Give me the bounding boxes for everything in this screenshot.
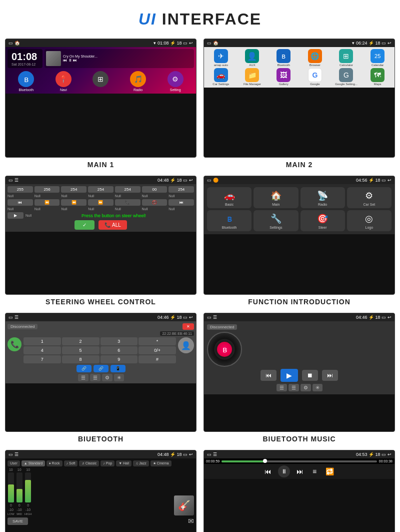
btm-play-button[interactable]: ▶ — [280, 369, 298, 382]
sw-btn-256[interactable]: 256 — [34, 186, 60, 193]
sw-btn-rew[interactable]: ⏪ — [61, 199, 86, 206]
video-progress-bar[interactable] — [222, 460, 377, 462]
dial-star[interactable]: * — [138, 337, 176, 345]
btm-bar-2[interactable]: ☰ — [288, 384, 299, 391]
sw-btn-call[interactable]: 📞 — [115, 199, 140, 206]
sw-btn-prev[interactable]: ⏮ — [8, 199, 33, 206]
eq-preset-user[interactable]: User — [8, 460, 20, 466]
eq-album-art: 🎸 — [174, 495, 194, 515]
btm-stop-button[interactable]: ⏹ — [302, 370, 318, 381]
sw-btn-254-1[interactable]: 254 — [61, 186, 86, 193]
screen-eq: ▭ ☰ 04:48 ⚡ 18 ▭ ↩ User ▲ Standard ♦ Roc… — [5, 450, 196, 532]
sw-btn-rev[interactable]: ⏪ — [34, 199, 60, 206]
func-radio[interactable]: 📡 Radio — [300, 187, 345, 208]
eq-preset-standard[interactable]: ▲ Standard — [22, 460, 45, 466]
app-icon-settings[interactable]: ⚙ Setting — [168, 71, 184, 92]
app-calculator[interactable]: ⊞ Calculator — [332, 49, 362, 67]
func-carset[interactable]: ⚙ Car Set — [347, 187, 392, 208]
video-play-button[interactable]: ⏸ — [278, 465, 290, 477]
btm-controls: ⏮ ▶ ⏹ ⏭ — [207, 369, 392, 382]
sw-btn-254-3[interactable]: 254 — [115, 186, 140, 193]
app-gallery[interactable]: 🖼 Gallery — [268, 68, 298, 86]
sw-btn-255-1[interactable]: 255 — [8, 186, 33, 193]
bluetooth-label: Bluetooth — [19, 88, 34, 92]
video-repeat-icon[interactable]: 🔁 — [323, 466, 336, 476]
func-main[interactable]: 🏠 Main — [254, 187, 298, 208]
sw-btn-endcall[interactable]: 📵 — [142, 199, 168, 206]
video-next-button[interactable]: ⏭ — [294, 466, 306, 476]
eq-save-button[interactable]: SAVE — [8, 517, 28, 525]
eq-preset-cinema[interactable]: ★ Cinema — [150, 460, 172, 466]
app-googlesetting[interactable]: G Google Setting... — [332, 68, 362, 86]
sw-btn-fwd[interactable]: ⏩ — [88, 199, 114, 206]
bt-unlink-button[interactable]: 🔗 — [94, 365, 108, 372]
bt-bar-1[interactable]: ☰ — [78, 374, 88, 381]
dial-6[interactable]: 6 — [100, 346, 138, 354]
sw-btn-00[interactable]: 00 — [142, 186, 168, 193]
btm-bar-3[interactable]: ⚙ — [300, 384, 311, 391]
dial-3[interactable]: 3 — [100, 337, 138, 345]
sw-call-button[interactable]: 📞 ALL — [98, 220, 127, 230]
sw-btn-extra[interactable]: ▶ — [8, 212, 24, 219]
dial-5[interactable]: 5 — [62, 346, 100, 354]
eq-preset-hall[interactable]: ▼ Hall — [116, 460, 132, 466]
func-steer[interactable]: 🎯 Steer — [300, 210, 345, 231]
eq-preset-classic[interactable]: ♬ Classic — [79, 460, 99, 466]
sw-btn-next[interactable]: ⏭ — [168, 199, 194, 206]
app-icon-apps[interactable]: ⊞ — [92, 71, 108, 92]
bt-bar-3[interactable]: ⚙ — [102, 374, 112, 381]
eq-share-icon[interactable]: ✉ — [188, 517, 194, 525]
car-icon: 🚗 — [224, 190, 235, 201]
sw-btn-254-2[interactable]: 254 — [88, 186, 114, 193]
bt-end-call-button[interactable]: ✕ — [182, 323, 194, 330]
main1-icons: ʙ Bluetooth 📍 Navi ⊞ 🎵 Radio — [8, 71, 194, 92]
btm-bar-1[interactable]: ☰ — [276, 384, 287, 391]
dial-4[interactable]: 4 — [24, 346, 61, 354]
dial-1[interactable]: 1 — [24, 337, 61, 345]
dial-9[interactable]: 9 — [100, 355, 138, 363]
video-list-icon[interactable]: ≡ — [310, 466, 319, 476]
eq-preset-soft[interactable]: ♪ Soft — [64, 460, 78, 466]
app-icon-navi[interactable]: 📍 Navi — [56, 71, 72, 92]
app-icon-radio[interactable]: 🎵 Radio — [130, 71, 146, 92]
dial-7[interactable]: 7 — [24, 355, 61, 363]
dial-2[interactable]: 2 — [62, 337, 100, 345]
status-bar-bt: ▭ ☰ 04:46 ⚡ 18 ▭ ↩ — [6, 313, 196, 321]
eq-preset-jazz[interactable]: ♫ Jazz — [133, 460, 149, 466]
func-settings[interactable]: 🔧 Settings — [254, 210, 298, 231]
app-browser[interactable]: 🌐 Browser — [300, 49, 330, 67]
dial-8[interactable]: 8 — [62, 355, 100, 363]
btm-top: ʙ — [207, 332, 392, 367]
video-prev-button[interactable]: ⏮ — [262, 466, 274, 476]
bt-call-button[interactable]: 📞 — [8, 337, 22, 351]
radio-icon-circle: 🎵 — [130, 71, 146, 87]
eq-preset-rock[interactable]: ♦ Rock — [46, 460, 62, 466]
app-filemanager[interactable]: 📁 File Manager — [238, 68, 268, 86]
bt-link-button[interactable]: 🔗 — [76, 365, 92, 372]
func-logo[interactable]: ◎ Logo — [347, 210, 392, 231]
btm-prev-button[interactable]: ⏮ — [260, 370, 276, 381]
app-icon-bluetooth[interactable]: ʙ Bluetooth — [18, 71, 34, 92]
bt-bar-4[interactable]: ✳ — [114, 374, 124, 381]
app-google[interactable]: G Google — [300, 68, 330, 86]
dial-0plus[interactable]: 0/+ — [138, 346, 176, 354]
sw-btn-254-4[interactable]: 254 — [168, 186, 194, 193]
cell-video: ▭ ☰ 04:53 ⚡ 18 ▭ ↩ ✈ 👯 HD 00:00:59 — [204, 450, 395, 532]
app-amap[interactable]: ✈ amap auto — [206, 49, 236, 67]
app-calendar[interactable]: 25 Calendar — [362, 49, 392, 67]
app-aux[interactable]: 👤 AUX — [238, 49, 268, 67]
sw-confirm-button[interactable]: ✓ — [74, 220, 94, 230]
app-bluetooth[interactable]: ʙ Bluetooth — [268, 49, 298, 67]
btm-bar-4[interactable]: ✳ — [312, 384, 322, 391]
app-carsettings[interactable]: 🚗 Car Settings — [206, 68, 236, 86]
screenshot-grid: ▭ 🏠 ▾ 01:08 ⚡ 18 ▭ ↩ 01:08 Sat 2017-08-1… — [5, 39, 395, 532]
func-bluetooth[interactable]: ʙ Bluetooth — [207, 210, 252, 231]
dial-hash[interactable]: # — [138, 355, 176, 363]
bt-bar-2[interactable]: ☰ — [90, 374, 100, 381]
eq-preset-pop[interactable]: ♪ Pop — [100, 460, 114, 466]
bt-mobile-button[interactable]: 📱 — [110, 365, 126, 372]
func-basic[interactable]: 🚗 Basic — [207, 187, 252, 208]
video-controls: ⏮ ⏸ ⏭ ≡ 🔁 — [204, 464, 394, 479]
app-maps[interactable]: 🗺 Maps — [362, 68, 392, 86]
btm-next-button[interactable]: ⏭ — [322, 370, 338, 381]
